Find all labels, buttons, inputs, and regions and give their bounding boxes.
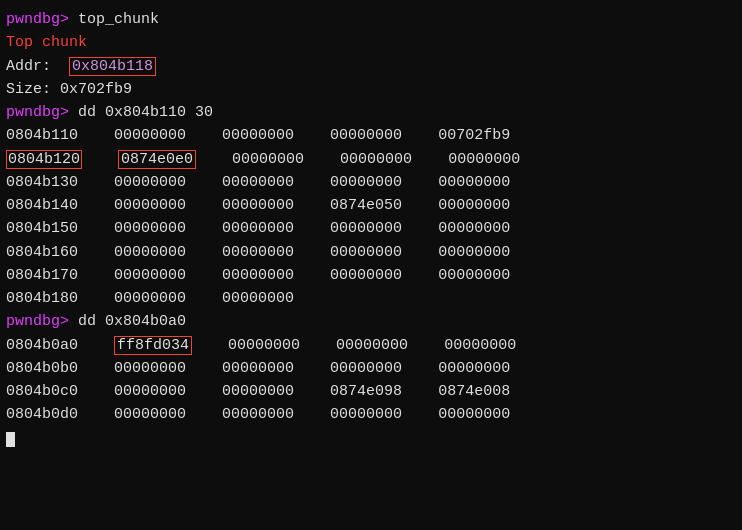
hex-value: 00000000 xyxy=(114,244,186,261)
hex-value: 00000000 xyxy=(222,244,294,261)
hex-value: 0874e050 xyxy=(330,197,402,214)
hex-value: 00000000 xyxy=(114,127,186,144)
terminal-line: 0804b0c0 00000000 00000000 0874e098 0874… xyxy=(6,380,736,403)
terminal-line: Size: 0x702fb9 xyxy=(6,78,736,101)
cursor xyxy=(6,432,15,447)
hex-value: 00000000 xyxy=(114,383,186,400)
prompt: pwndbg> xyxy=(6,11,78,28)
hex-value: 00000000 xyxy=(114,197,186,214)
hex-value: 00000000 xyxy=(114,360,186,377)
address: 0804b180 xyxy=(6,290,78,307)
command: dd 0x804b110 30 xyxy=(78,104,213,121)
terminal-line: 0804b120 0874e0e0 00000000 00000000 0000… xyxy=(6,148,736,171)
terminal-line: 0804b110 00000000 00000000 00000000 0070… xyxy=(6,124,736,147)
hex-value: 00000000 xyxy=(438,360,510,377)
address: 0804b170 xyxy=(6,267,78,284)
address: 0804b140 xyxy=(6,197,78,214)
hex-value: 00000000 xyxy=(438,244,510,261)
terminal-line: 0804b170 00000000 00000000 00000000 0000… xyxy=(6,264,736,287)
hex-value: 00000000 xyxy=(222,174,294,191)
terminal-container: pwndbg> top_chunkTop chunkAddr: 0x804b11… xyxy=(6,8,736,450)
hex-value: 00000000 xyxy=(438,220,510,237)
hex-value: 00000000 xyxy=(228,337,300,354)
address: 0804b0d0 xyxy=(6,406,78,423)
hex-value: 00000000 xyxy=(438,174,510,191)
hex-value: 00000000 xyxy=(330,406,402,423)
terminal-line xyxy=(6,427,736,450)
hex-value: 00702fb9 xyxy=(438,127,510,144)
hex-value: 00000000 xyxy=(114,174,186,191)
address: 0804b110 xyxy=(6,127,78,144)
command: dd 0x804b0a0 xyxy=(78,313,186,330)
address: 0804b130 xyxy=(6,174,78,191)
hex-value: ff8fd034 xyxy=(114,336,192,355)
address: 0804b120 xyxy=(6,150,82,169)
hex-value: 00000000 xyxy=(330,360,402,377)
address: 0804b0b0 xyxy=(6,360,78,377)
hex-value: 00000000 xyxy=(330,267,402,284)
address-value: 0x804b118 xyxy=(69,57,156,76)
terminal-line: 0804b0a0 ff8fd034 00000000 00000000 0000… xyxy=(6,334,736,357)
hex-value: 00000000 xyxy=(222,406,294,423)
address: 0804b150 xyxy=(6,220,78,237)
hex-value: 0874e0e0 xyxy=(118,150,196,169)
hex-value: 00000000 xyxy=(114,220,186,237)
hex-value: 0874e008 xyxy=(438,383,510,400)
address: 0804b0a0 xyxy=(6,337,78,354)
hex-value: 00000000 xyxy=(330,244,402,261)
hex-value: 00000000 xyxy=(222,127,294,144)
hex-value: 00000000 xyxy=(330,174,402,191)
terminal-line: 0804b0d0 00000000 00000000 00000000 0000… xyxy=(6,403,736,426)
address: 0804b0c0 xyxy=(6,383,78,400)
terminal-line: 0804b140 00000000 00000000 0874e050 0000… xyxy=(6,194,736,217)
hex-value: 00000000 xyxy=(438,406,510,423)
terminal-line: 0804b130 00000000 00000000 00000000 0000… xyxy=(6,171,736,194)
hex-value: 0874e098 xyxy=(330,383,402,400)
terminal-line: 0804b180 00000000 00000000 xyxy=(6,287,736,310)
hex-value: 00000000 xyxy=(330,220,402,237)
terminal-line: 0804b160 00000000 00000000 00000000 0000… xyxy=(6,241,736,264)
hex-value: 00000000 xyxy=(222,220,294,237)
hex-value: 00000000 xyxy=(114,267,186,284)
terminal-line: pwndbg> dd 0x804b110 30 xyxy=(6,101,736,124)
command: top_chunk xyxy=(78,11,159,28)
hex-value: 00000000 xyxy=(330,127,402,144)
hex-value: 00000000 xyxy=(222,383,294,400)
terminal-line: pwndbg> dd 0x804b0a0 xyxy=(6,310,736,333)
terminal-line: 0804b0b0 00000000 00000000 00000000 0000… xyxy=(6,357,736,380)
size-value: Size: 0x702fb9 xyxy=(6,81,132,98)
hex-value: 00000000 xyxy=(222,197,294,214)
hex-value: 00000000 xyxy=(336,337,408,354)
hex-value: 00000000 xyxy=(114,406,186,423)
prompt: pwndbg> xyxy=(6,313,78,330)
hex-value: 00000000 xyxy=(222,290,294,307)
hex-value: 00000000 xyxy=(444,337,516,354)
hex-value: 00000000 xyxy=(438,197,510,214)
hex-value: 00000000 xyxy=(438,267,510,284)
hex-value: 00000000 xyxy=(448,151,520,168)
address: 0804b160 xyxy=(6,244,78,261)
hex-value: 00000000 xyxy=(222,360,294,377)
terminal-line: Top chunk xyxy=(6,31,736,54)
hex-value: 00000000 xyxy=(222,267,294,284)
addr-label: Addr: xyxy=(6,58,69,75)
prompt: pwndbg> xyxy=(6,104,78,121)
hex-value: 00000000 xyxy=(114,290,186,307)
hex-value: 00000000 xyxy=(340,151,412,168)
terminal-line: Addr: 0x804b118 xyxy=(6,55,736,78)
hex-value: 00000000 xyxy=(232,151,304,168)
terminal-line: pwndbg> top_chunk xyxy=(6,8,736,31)
section-label: Top chunk xyxy=(6,34,87,51)
terminal-line: 0804b150 00000000 00000000 00000000 0000… xyxy=(6,217,736,240)
